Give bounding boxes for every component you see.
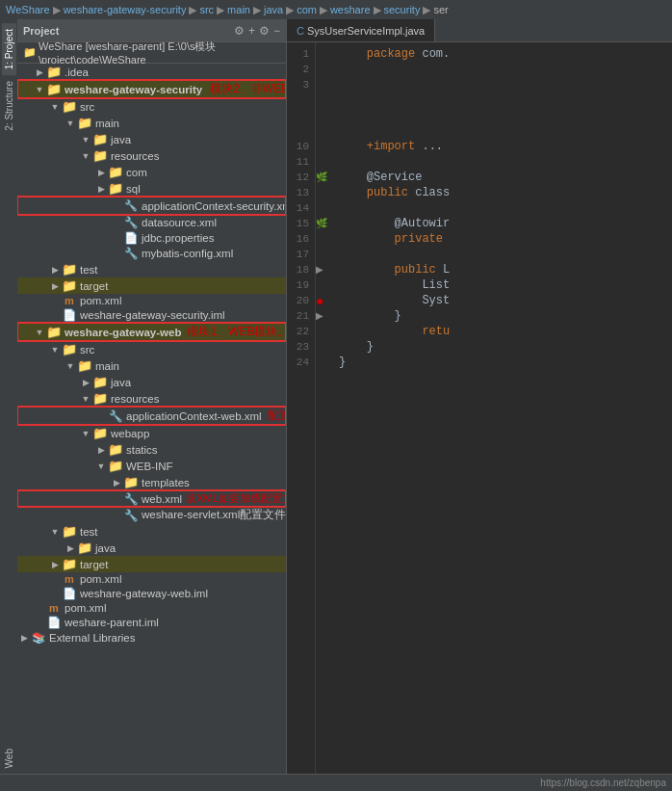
- tree-item-test2[interactable]: ▼ 📁 test: [17, 523, 286, 540]
- folder-icon-java3: 📁: [77, 541, 92, 555]
- arrow-gutter-1: ▶: [316, 262, 331, 277]
- tree-item-java2[interactable]: ▶ 📁 java: [17, 374, 286, 390]
- main-layout: 1: Project 2: Structure Web Project ⚙ + …: [0, 19, 672, 774]
- project-panel: Project ⚙ + ⚙ − 📁 WeShare [weshare-paren…: [17, 19, 287, 774]
- breadcrumb-com[interactable]: com: [297, 4, 317, 15]
- breadcrumb-gateway-security[interactable]: weshare-gateway-security: [64, 4, 187, 15]
- tree-item-target2[interactable]: ▶ 📁 target: [17, 556, 286, 572]
- tab-project[interactable]: 1: Project: [2, 23, 16, 75]
- gear-icon[interactable]: ⚙: [234, 24, 245, 38]
- arrow-gateway-web: ▼: [33, 328, 46, 337]
- settings-icon[interactable]: ⚙: [259, 24, 270, 38]
- label-external-libs: External Libraries: [49, 632, 286, 644]
- tree-item-target1[interactable]: ▶ 📁 target: [17, 277, 286, 294]
- tree-item-src2[interactable]: ▼ 📁 src: [17, 341, 286, 357]
- tree-item-test1[interactable]: ▶ 📁 test: [17, 261, 286, 277]
- code-line-17: [339, 247, 664, 262]
- tab-structure[interactable]: 2: Structure: [2, 75, 16, 137]
- tree-item-pom1[interactable]: ▶ m pom.xml: [17, 294, 286, 307]
- breadcrumb-weshare[interactable]: WeShare: [6, 4, 50, 15]
- tree-item-gateway-security[interactable]: ▼ 📁 weshare-gateway-security 模块2、非WEB模块: [17, 80, 286, 98]
- arrow-external: ▶: [17, 633, 31, 643]
- code-line-16: private: [339, 231, 664, 247]
- tree-item-resources2[interactable]: ▼ 📁 resources: [17, 390, 286, 407]
- tree-item-sql1[interactable]: ▶ 📁 sql: [17, 180, 286, 197]
- tree-item-templates[interactable]: ▶ 📁 templates: [17, 474, 286, 490]
- tree-item-main2[interactable]: ▼ 📁 main: [17, 357, 286, 374]
- code-area[interactable]: 1 2 3 10 11 12 13 14 15 16 17 18 19 20 2…: [287, 42, 672, 774]
- prop-icon-jdbc: 📄: [123, 231, 139, 245]
- tree-item-idea[interactable]: ▶ 📁 .idea: [17, 64, 286, 80]
- xml-icon-webxml: 🔧: [123, 492, 139, 506]
- arrow-resources2: ▼: [79, 394, 92, 404]
- folder-icon-target1: 📁: [62, 278, 77, 293]
- label-pom1: pom.xml: [80, 295, 286, 306]
- tree-item-webxml[interactable]: ▶ 🔧 web.xml 该XML如要加载配置文件1和配置文件2.如何成功加载: [17, 490, 286, 507]
- code-tab-sysuser[interactable]: C SysUserServiceImpl.java: [287, 19, 435, 41]
- breadcrumb-main[interactable]: main: [227, 4, 250, 15]
- collapse-icon[interactable]: −: [273, 24, 280, 38]
- folder-icon-main1: 📁: [77, 116, 92, 130]
- tree-item-src1[interactable]: ▼ 📁 src: [17, 98, 286, 115]
- folder-icon-test1: 📁: [62, 262, 77, 277]
- label-test2: test: [80, 526, 286, 538]
- label-webapp: webapp: [111, 428, 286, 439]
- tree-item-weshare-servlet[interactable]: ▶ 🔧 weshare-servlet.xml配置文件2?: [17, 507, 286, 523]
- tree-item-parent-iml[interactable]: ▶ 📄 weshare-parent.iml: [17, 615, 286, 630]
- arrow-java2: ▶: [79, 378, 92, 387]
- panel-header-icons: ⚙ + ⚙ −: [234, 24, 280, 38]
- tree-item-java3[interactable]: ▶ 📁 java: [17, 540, 286, 556]
- code-tab-icon: C: [297, 25, 304, 37]
- code-line-blank3: [339, 123, 664, 139]
- xml-icon-datasource: 🔧: [123, 216, 139, 229]
- arrow-src1: ▼: [48, 102, 62, 112]
- breadcrumb-bar: WeShare ▶ weshare-gateway-security ▶ src…: [0, 0, 672, 19]
- tree-item-gateway-web[interactable]: ▼ 📁 weshare-gateway-web 模块1、WEB模块。启动该模块，…: [17, 323, 286, 341]
- breadcrumb-security[interactable]: security: [384, 4, 421, 15]
- tree-item-datasource[interactable]: ▶ 🔧 datasource.xml: [17, 215, 286, 230]
- label-gateway-web: weshare-gateway-web: [65, 327, 181, 338]
- tree-item-appcontext-web[interactable]: ▶ 🔧 applicationContext-web.xml 配置文件1: [17, 407, 286, 425]
- tree-item-external-libs[interactable]: ▶ 📚 External Libraries: [17, 630, 286, 646]
- tree-item-statics[interactable]: ▶ 📁 statics: [17, 441, 286, 458]
- tree-item-pom-root[interactable]: ▶ m pom.xml: [17, 601, 286, 615]
- tree-item-resources1[interactable]: ▼ 📁 resources: [17, 147, 286, 164]
- label-gateway-security: weshare-gateway-security: [65, 84, 202, 95]
- plus-icon[interactable]: +: [248, 24, 255, 38]
- folder-icon-resources1: 📁: [92, 148, 108, 163]
- tree-item-jdbc[interactable]: ▶ 📄 jdbc.properties: [17, 230, 286, 246]
- breadcrumb-weshare2[interactable]: weshare: [330, 4, 371, 15]
- code-line-blank1: [339, 92, 664, 108]
- bc-sep-1: ▶: [53, 4, 61, 16]
- breadcrumb-src[interactable]: src: [199, 4, 214, 15]
- tree-item-pom2[interactable]: ▶ m pom.xml: [17, 572, 286, 586]
- label-templates: templates: [142, 477, 286, 488]
- label-appcontext-web: applicationContext-web.xml: [126, 410, 262, 422]
- tree-item-security-iml[interactable]: ▶ 📄 weshare-gateway-security.iml: [17, 307, 286, 323]
- tree-item-com1[interactable]: ▶ 📁 com: [17, 164, 286, 180]
- tree-item-main1[interactable]: ▼ 📁 main: [17, 115, 286, 131]
- tab-web[interactable]: Web: [2, 743, 16, 774]
- tree-item-webinf[interactable]: ▼ 📁 WEB-INF: [17, 458, 286, 474]
- label-com1: com: [126, 167, 286, 178]
- label-web-iml: weshare-gateway-web.iml: [80, 588, 286, 599]
- tree-item-appcontext-security[interactable]: ▶ 🔧 applicationContext-security.xml 配置文件…: [17, 197, 286, 215]
- tree-item-webapp[interactable]: ▼ 📁 webapp: [17, 425, 286, 441]
- gutter: 🌿 🌿 ▶ ● ▶: [316, 42, 331, 774]
- label-webinf: WEB-INF: [126, 461, 286, 472]
- label-java3: java: [95, 542, 286, 554]
- tree-view[interactable]: ▶ 📁 .idea ▼ 📁 weshare-gateway-security 模…: [17, 64, 286, 646]
- tree-item-web-iml[interactable]: ▶ 📄 weshare-gateway-web.iml: [17, 586, 286, 601]
- code-tab-label: SysUserServiceImpl.java: [307, 25, 425, 37]
- folder-icon-resources2: 📁: [92, 391, 108, 406]
- side-tabs: 1: Project 2: Structure Web: [0, 19, 17, 774]
- label-target2: target: [80, 559, 286, 570]
- status-url: https://blog.csdn.net/zqbenpa: [540, 778, 666, 788]
- tree-item-mybatis[interactable]: ▶ 🔧 mybatis-config.xml: [17, 246, 286, 261]
- bc-sep-2: ▶: [189, 4, 196, 16]
- tree-item-java1[interactable]: ▼ 📁 java: [17, 131, 286, 147]
- panel-subheader: 📁 WeShare [weshare-parent] E:\0\s模块\proj…: [17, 42, 286, 64]
- code-line-blank2: [339, 108, 664, 123]
- arrow-resources1: ▼: [79, 151, 92, 161]
- breadcrumb-java[interactable]: java: [264, 4, 283, 15]
